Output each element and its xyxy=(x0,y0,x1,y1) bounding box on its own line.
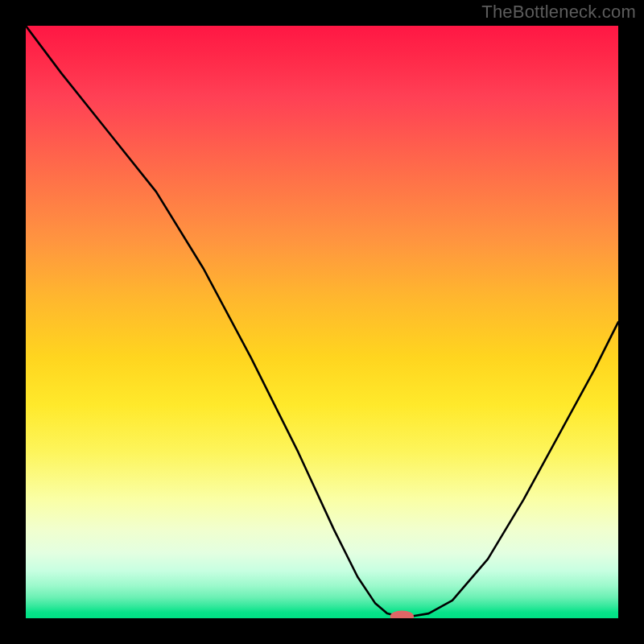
bottleneck-curve xyxy=(26,26,618,617)
minimum-marker xyxy=(390,610,414,618)
bottleneck-chart-svg xyxy=(26,26,618,618)
watermark-label: TheBottleneck.com xyxy=(481,2,636,23)
chart-area xyxy=(26,26,618,618)
